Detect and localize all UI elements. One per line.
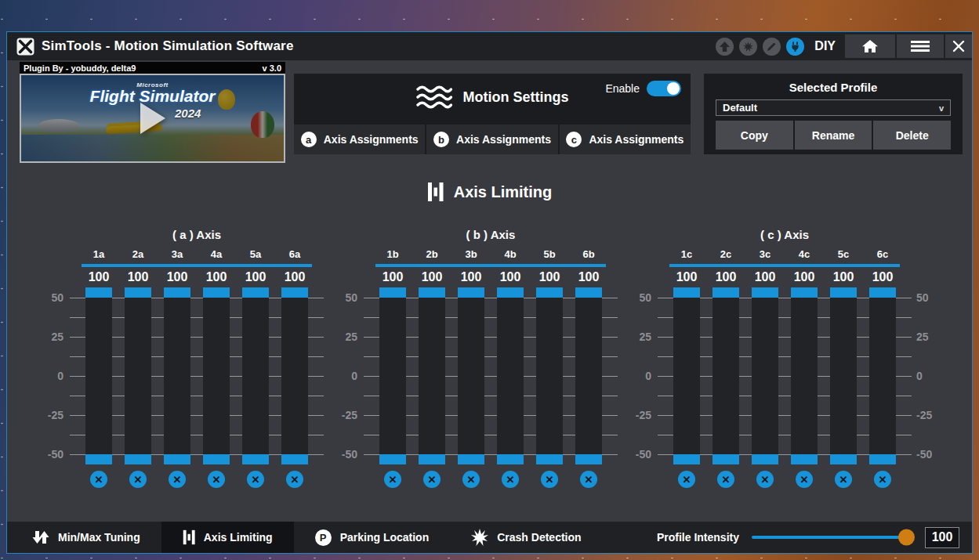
axis-slider-3b[interactable] bbox=[458, 287, 484, 464]
reset-axis-1b-button[interactable]: ✕ bbox=[384, 471, 401, 488]
axis-slider-5c[interactable] bbox=[830, 287, 857, 464]
slider-track[interactable] bbox=[830, 298, 857, 454]
reset-axis-4c-button[interactable]: ✕ bbox=[796, 471, 813, 488]
home-button[interactable] bbox=[845, 34, 895, 58]
slider-min-handle[interactable] bbox=[458, 454, 484, 464]
slider-track[interactable] bbox=[242, 298, 269, 454]
edit-pencil-icon[interactable] bbox=[763, 38, 781, 56]
slider-max-handle[interactable] bbox=[673, 287, 700, 298]
slider-max-handle[interactable] bbox=[752, 287, 778, 298]
slider-min-handle[interactable] bbox=[242, 454, 269, 464]
reset-axis-3a-button[interactable]: ✕ bbox=[169, 471, 186, 488]
slider-max-handle[interactable] bbox=[85, 287, 112, 298]
game-preview-image[interactable]: Microsoft Flight Simulator 2024 bbox=[20, 74, 285, 163]
slider-max-handle[interactable] bbox=[869, 287, 896, 298]
axis-slider-3a[interactable] bbox=[164, 287, 190, 464]
copy-button[interactable]: Copy bbox=[716, 121, 793, 150]
axis-slider-2a[interactable] bbox=[125, 287, 151, 464]
slider-max-handle[interactable] bbox=[791, 287, 818, 298]
axis-slider-2b[interactable] bbox=[419, 287, 445, 464]
axis-slider-6a[interactable] bbox=[281, 287, 308, 464]
slider-max-handle[interactable] bbox=[536, 287, 563, 298]
reset-axis-3c-button[interactable]: ✕ bbox=[756, 471, 774, 488]
tab-minmax-tuning[interactable]: Min/Max Tuning bbox=[11, 522, 161, 553]
reset-axis-4a-button[interactable]: ✕ bbox=[208, 471, 225, 488]
slider-min-handle[interactable] bbox=[419, 454, 445, 464]
slider-track[interactable] bbox=[85, 298, 112, 454]
rename-button[interactable]: Rename bbox=[795, 121, 872, 150]
slider-min-handle[interactable] bbox=[125, 454, 151, 464]
axis-slider-5b[interactable] bbox=[536, 287, 563, 464]
slider-min-handle[interactable] bbox=[497, 454, 524, 464]
slider-min-handle[interactable] bbox=[379, 454, 406, 464]
slider-max-handle[interactable] bbox=[125, 287, 151, 298]
slider-track[interactable] bbox=[497, 298, 524, 454]
slider-max-handle[interactable] bbox=[379, 287, 406, 298]
slider-track[interactable] bbox=[379, 298, 406, 454]
power-plug-icon[interactable] bbox=[786, 38, 804, 56]
slider-track[interactable] bbox=[125, 298, 151, 454]
axis-slider-1a[interactable] bbox=[85, 287, 112, 464]
tab-crash-detection[interactable]: Crash Detection bbox=[450, 522, 602, 553]
axis-slider-4a[interactable] bbox=[203, 287, 230, 464]
reset-axis-5c-button[interactable]: ✕ bbox=[835, 471, 852, 488]
slider-max-handle[interactable] bbox=[203, 287, 230, 298]
slider-track[interactable] bbox=[791, 298, 818, 454]
slider-track[interactable] bbox=[458, 298, 484, 454]
axis-slider-6c[interactable] bbox=[869, 287, 896, 464]
slider-min-handle[interactable] bbox=[575, 454, 602, 464]
crash-burst-icon[interactable] bbox=[739, 38, 757, 56]
reset-axis-3b-button[interactable]: ✕ bbox=[462, 471, 480, 488]
slider-max-handle[interactable] bbox=[497, 287, 524, 298]
slider-max-handle[interactable] bbox=[575, 287, 602, 298]
slider-min-handle[interactable] bbox=[869, 454, 896, 464]
slider-max-handle[interactable] bbox=[830, 287, 857, 298]
axis-assignments-a-button[interactable]: a Axis Assignments bbox=[294, 125, 425, 154]
profile-dropdown[interactable]: Default v bbox=[716, 99, 951, 116]
slider-track[interactable] bbox=[673, 298, 700, 454]
reset-axis-2b-button[interactable]: ✕ bbox=[423, 471, 441, 488]
axis-assignments-c-button[interactable]: c Axis Assignments bbox=[560, 125, 691, 154]
axis-slider-2c[interactable] bbox=[712, 287, 739, 464]
slider-track[interactable] bbox=[203, 298, 230, 454]
slider-min-handle[interactable] bbox=[203, 454, 230, 464]
axis-slider-6b[interactable] bbox=[575, 287, 602, 464]
reset-axis-4b-button[interactable]: ✕ bbox=[502, 471, 519, 488]
reset-axis-1c-button[interactable]: ✕ bbox=[678, 471, 695, 488]
slider-track[interactable] bbox=[575, 298, 602, 454]
slider-min-handle[interactable] bbox=[712, 454, 739, 464]
delete-button[interactable]: Delete bbox=[873, 121, 951, 150]
slider-min-handle[interactable] bbox=[164, 454, 190, 464]
slider-min-handle[interactable] bbox=[830, 454, 857, 464]
close-button[interactable] bbox=[945, 34, 972, 58]
slider-max-handle[interactable] bbox=[419, 287, 445, 298]
play-icon[interactable] bbox=[140, 103, 165, 134]
profile-intensity-knob[interactable] bbox=[898, 529, 915, 546]
slider-track[interactable] bbox=[752, 298, 778, 454]
slider-min-handle[interactable] bbox=[791, 454, 818, 464]
update-arrow-icon[interactable] bbox=[716, 38, 734, 56]
slider-min-handle[interactable] bbox=[536, 454, 563, 464]
reset-axis-6a-button[interactable]: ✕ bbox=[286, 471, 303, 488]
slider-max-handle[interactable] bbox=[164, 287, 190, 298]
slider-min-handle[interactable] bbox=[673, 454, 700, 464]
slider-min-handle[interactable] bbox=[85, 454, 112, 464]
enable-toggle[interactable] bbox=[647, 81, 681, 96]
profile-intensity-slider[interactable] bbox=[752, 536, 912, 539]
axis-slider-5a[interactable] bbox=[242, 287, 269, 464]
slider-max-handle[interactable] bbox=[458, 287, 484, 298]
slider-track[interactable] bbox=[419, 298, 445, 454]
axis-slider-1b[interactable] bbox=[379, 287, 406, 464]
slider-track[interactable] bbox=[536, 298, 563, 454]
reset-axis-2a-button[interactable]: ✕ bbox=[129, 471, 147, 488]
slider-max-handle[interactable] bbox=[242, 287, 269, 298]
slider-track[interactable] bbox=[869, 298, 896, 454]
reset-axis-2c-button[interactable]: ✕ bbox=[717, 471, 734, 488]
slider-min-handle[interactable] bbox=[281, 454, 308, 464]
reset-axis-5b-button[interactable]: ✕ bbox=[541, 471, 558, 488]
menu-button[interactable] bbox=[897, 34, 944, 58]
axis-slider-4b[interactable] bbox=[497, 287, 524, 464]
slider-min-handle[interactable] bbox=[752, 454, 778, 464]
slider-max-handle[interactable] bbox=[281, 287, 308, 298]
axis-slider-1c[interactable] bbox=[673, 287, 700, 464]
